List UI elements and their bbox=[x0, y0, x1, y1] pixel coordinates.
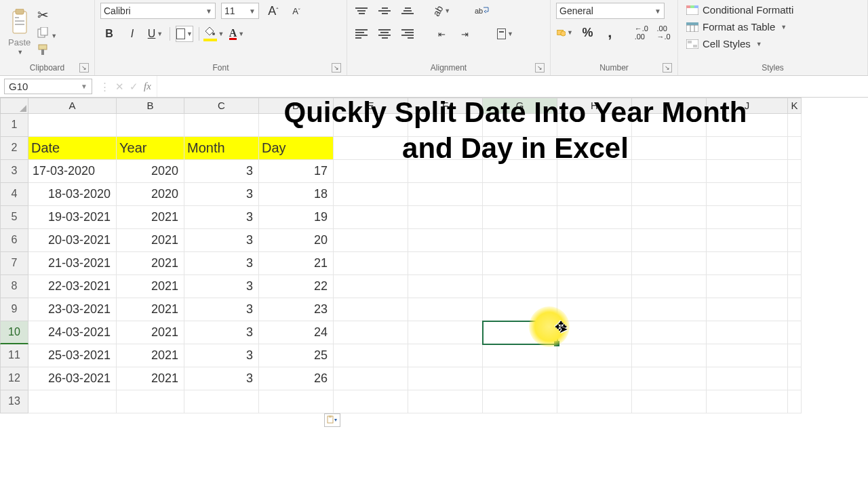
cell-F1[interactable] bbox=[408, 114, 483, 137]
col-header-B[interactable]: B bbox=[117, 98, 184, 114]
cell-B2[interactable]: Year bbox=[117, 137, 184, 160]
cell-C13[interactable] bbox=[184, 390, 259, 413]
col-header-K[interactable]: K bbox=[788, 98, 802, 114]
cell-H4[interactable] bbox=[557, 183, 632, 206]
cell-C5[interactable]: 3 bbox=[184, 206, 259, 229]
col-header-C[interactable]: C bbox=[184, 98, 259, 114]
cell-E4[interactable] bbox=[334, 183, 408, 206]
cell-K9[interactable] bbox=[788, 298, 802, 321]
cell-G3[interactable] bbox=[483, 160, 557, 183]
cell-E5[interactable] bbox=[334, 206, 408, 229]
cell-J5[interactable] bbox=[707, 206, 788, 229]
cell-F4[interactable] bbox=[408, 183, 483, 206]
cell-C4[interactable]: 3 bbox=[184, 183, 259, 206]
cell-H9[interactable] bbox=[557, 298, 632, 321]
cell-D10[interactable]: 24 bbox=[259, 321, 334, 344]
paste-button[interactable]: Paste ▼ bbox=[5, 7, 33, 57]
cell-D11[interactable]: 25 bbox=[259, 344, 334, 367]
cell-J1[interactable] bbox=[707, 114, 788, 137]
row-header[interactable]: 1 bbox=[0, 114, 28, 137]
cell-A8[interactable]: 22-03-2021 bbox=[28, 275, 117, 298]
cell-A3[interactable]: 17-03-2020 bbox=[28, 160, 117, 183]
conditional-formatting-button[interactable]: Conditional Formatti bbox=[684, 3, 796, 17]
cell-D4[interactable]: 18 bbox=[259, 183, 334, 206]
cell-G5[interactable] bbox=[483, 206, 557, 229]
cell-I3[interactable] bbox=[632, 160, 707, 183]
copy-button[interactable]: ▼ bbox=[37, 27, 57, 40]
cell-I8[interactable] bbox=[632, 275, 707, 298]
cell-J4[interactable] bbox=[707, 183, 788, 206]
col-header-E[interactable]: E bbox=[334, 98, 408, 114]
col-header-F[interactable]: F bbox=[408, 98, 483, 114]
cell-K6[interactable] bbox=[788, 229, 802, 252]
cell-G6[interactable] bbox=[483, 229, 557, 252]
cell-H13[interactable] bbox=[557, 390, 632, 413]
cell-C7[interactable]: 3 bbox=[184, 252, 259, 275]
cell-B9[interactable]: 2021 bbox=[117, 298, 184, 321]
cell-K7[interactable] bbox=[788, 252, 802, 275]
cell-C11[interactable]: 3 bbox=[184, 344, 259, 367]
cell-H7[interactable] bbox=[557, 252, 632, 275]
merge-center-button[interactable]: ▼ bbox=[496, 26, 514, 42]
cell-J7[interactable] bbox=[707, 252, 788, 275]
cell-K10[interactable] bbox=[788, 321, 802, 344]
format-painter-button[interactable] bbox=[37, 44, 51, 58]
cell-I13[interactable] bbox=[632, 390, 707, 413]
cell-J2[interactable] bbox=[707, 137, 788, 160]
cell-K12[interactable] bbox=[788, 367, 802, 390]
align-left-button[interactable] bbox=[353, 26, 370, 42]
cell-B13[interactable] bbox=[117, 390, 184, 413]
align-right-button[interactable] bbox=[399, 26, 416, 42]
cell-H3[interactable] bbox=[557, 160, 632, 183]
cell-C2[interactable]: Month bbox=[184, 137, 259, 160]
cell-K3[interactable] bbox=[788, 160, 802, 183]
cell-A11[interactable]: 25-03-2021 bbox=[28, 344, 117, 367]
cell-I12[interactable] bbox=[632, 367, 707, 390]
cell-I7[interactable] bbox=[632, 252, 707, 275]
row-header[interactable]: 9 bbox=[0, 298, 28, 321]
increase-font-button[interactable]: Aˆ bbox=[264, 3, 282, 19]
cell-B8[interactable]: 2021 bbox=[117, 275, 184, 298]
cell-F2[interactable] bbox=[408, 137, 483, 160]
number-format-dropdown[interactable]: General▼ bbox=[556, 3, 665, 19]
row-header[interactable]: 11 bbox=[0, 344, 28, 367]
cell-E13[interactable] bbox=[334, 390, 408, 413]
decrease-indent-button[interactable]: ⇤ bbox=[433, 26, 450, 42]
cell-I5[interactable] bbox=[632, 206, 707, 229]
cell-I1[interactable] bbox=[632, 114, 707, 137]
fill-color-button[interactable]: ▼ bbox=[205, 26, 222, 42]
enter-formula-button[interactable]: ✓ bbox=[130, 81, 138, 93]
cell-H2[interactable] bbox=[557, 137, 632, 160]
col-header-H[interactable]: H bbox=[557, 98, 632, 114]
font-size-dropdown[interactable]: 11▼ bbox=[221, 3, 259, 19]
cell-C3[interactable]: 3 bbox=[184, 160, 259, 183]
cell-J6[interactable] bbox=[707, 229, 788, 252]
cell-D6[interactable]: 20 bbox=[259, 229, 334, 252]
cell-F8[interactable] bbox=[408, 275, 483, 298]
cell-G7[interactable] bbox=[483, 252, 557, 275]
format-as-table-button[interactable]: Format as Table▼ bbox=[684, 20, 789, 34]
cell-A13[interactable] bbox=[28, 390, 117, 413]
percent-button[interactable]: % bbox=[579, 24, 596, 41]
cell-A4[interactable]: 18-03-2020 bbox=[28, 183, 117, 206]
cell-G11[interactable] bbox=[483, 344, 557, 367]
cell-D2[interactable]: Day bbox=[259, 137, 334, 160]
cell-F7[interactable] bbox=[408, 252, 483, 275]
cell-K8[interactable] bbox=[788, 275, 802, 298]
cell-K5[interactable] bbox=[788, 206, 802, 229]
cell-D13[interactable] bbox=[259, 390, 334, 413]
cell-A7[interactable]: 21-03-2021 bbox=[28, 252, 117, 275]
cell-F11[interactable] bbox=[408, 344, 483, 367]
cell-styles-button[interactable]: Cell Styles▼ bbox=[684, 37, 765, 51]
fx-button[interactable]: fx bbox=[144, 81, 151, 92]
underline-button[interactable]: U▼ bbox=[146, 26, 164, 42]
cell-H12[interactable] bbox=[557, 367, 632, 390]
italic-button[interactable]: I bbox=[123, 26, 141, 42]
cell-A5[interactable]: 19-03-2021 bbox=[28, 206, 117, 229]
cell-B1[interactable] bbox=[117, 114, 184, 137]
cell-C10[interactable]: 3 bbox=[184, 321, 259, 344]
cell-F3[interactable] bbox=[408, 160, 483, 183]
cell-B3[interactable]: 2020 bbox=[117, 160, 184, 183]
row-header[interactable]: 2 bbox=[0, 137, 28, 160]
cell-I11[interactable] bbox=[632, 344, 707, 367]
